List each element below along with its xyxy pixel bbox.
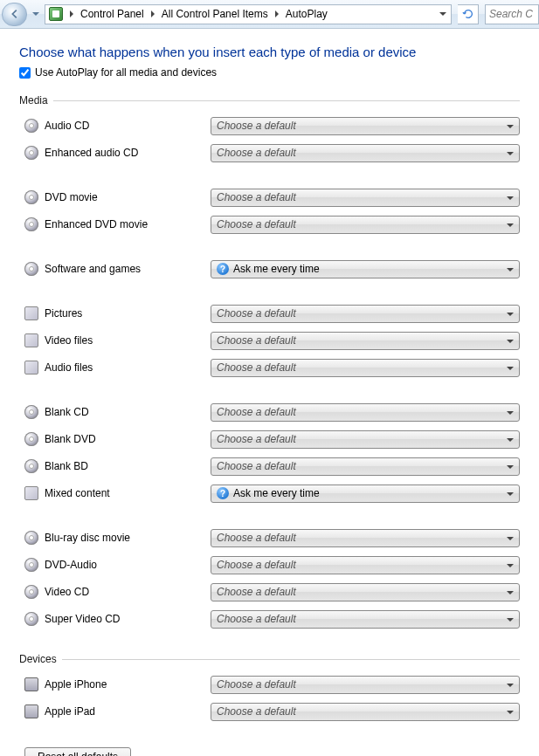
media-section-header: Media — [19, 94, 520, 107]
devices-section-header: Devices — [19, 653, 520, 665]
action-dropdown[interactable]: Choose a default — [211, 610, 520, 629]
dropdown-value: Choose a default — [217, 613, 296, 625]
refresh-button[interactable] — [458, 4, 479, 24]
action-dropdown[interactable]: Choose a default — [211, 117, 520, 135]
dropdown-value: Choose a default — [217, 678, 296, 691]
chevron-down-icon — [507, 120, 514, 132]
chevron-down-icon — [507, 613, 514, 625]
chevron-down-icon — [507, 460, 514, 472]
dropdown-value: Choose a default — [217, 147, 296, 159]
media-row: Enhanced audio CDChoose a default — [19, 142, 520, 163]
use-autoplay-checkbox[interactable] — [19, 67, 31, 79]
action-dropdown[interactable]: Choose a default — [211, 430, 520, 449]
media-label: DVD-Audio — [45, 559, 211, 571]
dropdown-value: Choose a default — [217, 406, 296, 418]
file-icon — [24, 361, 38, 375]
use-autoplay-row: Use AutoPlay for all media and devices — [19, 66, 520, 79]
media-row: Software and games?Ask me every time — [19, 258, 520, 279]
section-label: Devices — [19, 653, 57, 665]
address-field[interactable]: Control Panel All Control Panel Items Au… — [45, 4, 452, 24]
media-label: Software and games — [45, 263, 211, 275]
dropdown-value: Choose a default — [217, 191, 296, 203]
breadcrumb-item[interactable]: AutoPlay — [282, 5, 331, 24]
search-input[interactable] — [485, 4, 539, 24]
dropdown-value: Choose a default — [217, 559, 296, 571]
media-row: Blank CDChoose a default — [19, 402, 520, 423]
media-label: Apple iPhone — [45, 678, 211, 691]
dropdown-value: Choose a default — [217, 361, 296, 374]
address-dropdown[interactable] — [435, 12, 451, 17]
chevron-right-icon[interactable] — [148, 10, 158, 17]
media-row: Super Video CDChoose a default — [19, 608, 520, 629]
chevron-down-icon — [507, 532, 514, 544]
chevron-right-icon[interactable] — [66, 10, 77, 17]
action-dropdown[interactable]: Choose a default — [211, 305, 520, 323]
dropdown-value: Choose a default — [217, 218, 296, 230]
action-dropdown[interactable]: Choose a default — [211, 189, 520, 207]
chevron-down-icon — [507, 218, 514, 230]
chevron-down-icon — [507, 307, 514, 320]
media-label: Blank DVD — [45, 433, 211, 445]
action-dropdown[interactable]: Choose a default — [211, 457, 520, 476]
media-label: Audio CD — [45, 120, 211, 132]
dropdown-value: Ask me every time — [233, 263, 320, 275]
disc-icon — [24, 405, 38, 419]
action-dropdown[interactable]: Choose a default — [211, 556, 520, 574]
media-label: Pictures — [45, 307, 211, 320]
media-row: Audio CDChoose a default — [19, 115, 520, 136]
media-row: Apple iPhoneChoose a default — [19, 674, 520, 695]
action-dropdown[interactable]: Choose a default — [211, 332, 520, 350]
breadcrumb-item[interactable]: All Control Panel Items — [158, 5, 272, 24]
media-row: Video filesChoose a default — [19, 330, 520, 351]
chevron-right-icon[interactable] — [272, 10, 282, 17]
address-bar: Control Panel All Control Panel Items Au… — [0, 0, 539, 29]
action-dropdown[interactable]: Choose a default — [211, 144, 520, 162]
disc-icon — [24, 531, 38, 545]
dropdown-value: Ask me every time — [233, 487, 320, 499]
media-row: Blu-ray disc movieChoose a default — [19, 527, 520, 548]
media-row: PicturesChoose a default — [19, 303, 520, 324]
media-row: DVD-AudioChoose a default — [19, 554, 520, 575]
chevron-down-icon — [507, 263, 514, 275]
device-icon — [24, 677, 38, 691]
disc-icon — [24, 146, 38, 160]
media-row: Enhanced DVD movieChoose a default — [19, 214, 520, 235]
media-group: DVD movieChoose a defaultEnhanced DVD mo… — [19, 187, 520, 235]
media-label: Apple iPad — [45, 705, 211, 718]
back-button[interactable] — [2, 3, 27, 26]
media-label: Video files — [45, 334, 211, 347]
chevron-down-icon — [507, 487, 514, 499]
media-group: Blu-ray disc movieChoose a defaultDVD-Au… — [19, 527, 520, 629]
reset-defaults-button[interactable]: Reset all defaults — [24, 747, 131, 756]
action-dropdown[interactable]: Choose a default — [211, 676, 520, 694]
action-dropdown[interactable]: Choose a default — [211, 403, 520, 422]
file-icon — [24, 306, 38, 320]
disc-icon — [24, 612, 38, 626]
divider — [53, 100, 520, 101]
media-label: Enhanced DVD movie — [45, 218, 211, 230]
action-dropdown[interactable]: ?Ask me every time — [211, 485, 520, 503]
breadcrumb-item[interactable]: Control Panel — [77, 5, 148, 24]
breadcrumb-label: All Control Panel Items — [158, 8, 272, 20]
media-group: Software and games?Ask me every time — [19, 258, 520, 279]
question-icon: ? — [217, 263, 229, 275]
disc-icon — [24, 217, 38, 231]
dropdown-value: Choose a default — [217, 120, 296, 132]
device-icon — [24, 704, 38, 718]
media-label: Blu-ray disc movie — [45, 532, 211, 544]
action-dropdown[interactable]: Choose a default — [211, 216, 520, 234]
action-dropdown[interactable]: Choose a default — [211, 703, 520, 721]
question-icon: ? — [217, 487, 229, 499]
disc-icon — [24, 459, 38, 473]
device-group: Apple iPhoneChoose a defaultApple iPadCh… — [19, 674, 520, 722]
action-dropdown[interactable]: ?Ask me every time — [211, 260, 520, 278]
action-dropdown[interactable]: Choose a default — [211, 583, 520, 601]
action-dropdown[interactable]: Choose a default — [211, 359, 520, 377]
page-title: Choose what happens when you insert each… — [19, 45, 520, 59]
media-row: Blank BDChoose a default — [19, 456, 520, 477]
media-label: Blank CD — [45, 406, 211, 418]
action-dropdown[interactable]: Choose a default — [211, 529, 520, 547]
media-label: Blank BD — [45, 460, 211, 472]
media-label: Enhanced audio CD — [45, 147, 211, 159]
nav-history-dropdown[interactable] — [30, 3, 42, 25]
